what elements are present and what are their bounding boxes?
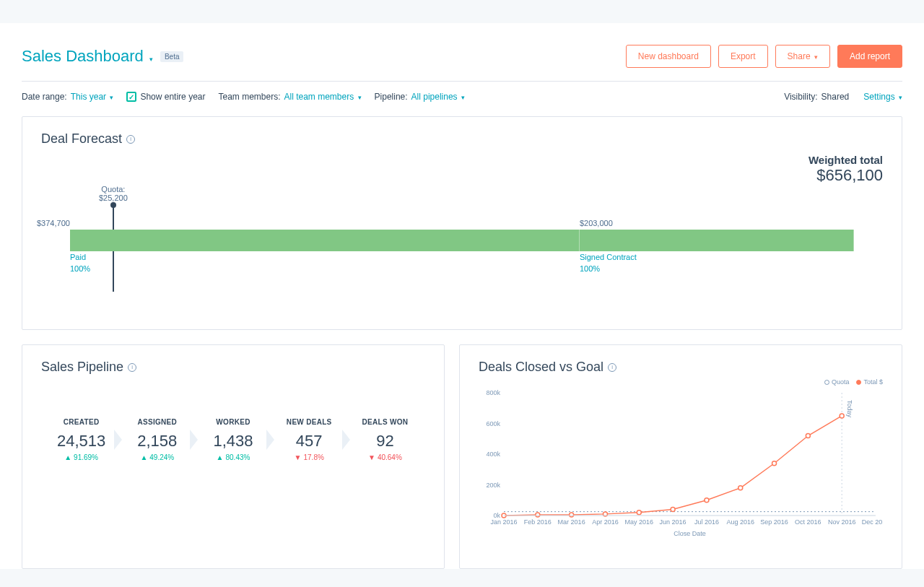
chevron-down-icon: ▾ [814,53,818,61]
info-icon[interactable]: i [608,363,616,372]
deal-forecast-title: Deal Forecast [41,131,122,147]
deals-chart-title: Deals Closed vs Goal [479,360,603,375]
chevron-right-icon [190,430,200,450]
pipeline-stage: ASSIGNED2,158▲ 49.24% [124,418,190,461]
share-label: Share [788,51,811,61]
info-icon[interactable]: i [126,135,135,144]
stage-delta: ▼ 40.64% [352,453,418,461]
stage-label: ASSIGNED [124,418,190,426]
svg-point-18 [840,414,844,418]
svg-point-16 [772,461,777,466]
chevron-down-icon: ▾ [461,94,465,101]
stage-label: CREATED [48,418,114,426]
pipeline-stage: NEW DEALS457▼ 17.8% [276,418,342,461]
pipeline-stage: DEALS WON92▼ 40.64% [352,418,418,461]
title-row: Sales Dashboard ▾ Beta New dashboard Exp… [22,45,902,82]
quota-label: Quota: [99,185,128,194]
stage-delta: ▲ 91.69% [48,453,114,461]
new-dashboard-button[interactable]: New dashboard [626,45,711,68]
legend-total: Total $ [863,378,883,386]
svg-point-14 [705,498,709,503]
settings-dropdown[interactable]: Settings ▾ [863,92,902,102]
stage-label: WORKED [200,418,266,426]
chevron-down-icon: ▾ [110,94,113,101]
svg-text:Dec 2016: Dec 2016 [862,518,883,526]
team-members-label: Team members: [218,92,280,102]
svg-text:600k: 600k [486,420,500,427]
info-icon[interactable]: i [128,363,136,372]
stage-delta: ▲ 49.24% [124,453,190,461]
chevron-right-icon [342,430,352,450]
legend-quota: Quota [832,378,850,386]
filter-row: Date range: This year ▾ Show entire year… [22,82,902,116]
svg-text:Feb 2016: Feb 2016 [524,518,552,526]
chart-legend: Quota Total $ [824,378,883,386]
seg2-pct: 100% [580,264,600,273]
stage-value: 92 [352,432,418,451]
stage-delta: ▼ 17.8% [276,453,342,461]
svg-text:400k: 400k [486,451,500,458]
svg-point-10 [570,513,574,517]
export-button[interactable]: Export [718,45,768,68]
pipeline-stage: WORKED1,438▲ 80.43% [200,418,266,461]
svg-text:Today: Today [846,400,853,418]
seg1-name: Paid [70,253,86,261]
beta-badge: Beta [160,51,184,62]
svg-text:Jan 2016: Jan 2016 [490,518,517,526]
pipeline-filter[interactable]: Pipeline: All pipelines ▾ [375,92,465,102]
team-members-filter[interactable]: Team members: All team members ▾ [218,92,361,102]
deals-line-chart: 0k200k400k600k800kTodayJan 2016Feb 2016M… [479,386,883,544]
visibility-value: Shared [821,92,850,102]
dashboard-title-dropdown[interactable]: Sales Dashboard ▾ [22,47,153,66]
share-button[interactable]: Share ▾ [775,45,830,68]
chevron-down-icon: ▾ [149,56,153,63]
team-members-value: All team members ▾ [284,92,362,102]
svg-point-13 [671,508,675,512]
date-range-value: This year ▾ [71,92,114,102]
date-range-label: Date range: [22,92,67,102]
svg-text:Jun 2016: Jun 2016 [660,518,687,526]
forecast-segment-signed[interactable]: $203,000 Signed Contract 100% [580,230,854,251]
show-entire-year-toggle[interactable]: Show entire year [126,92,205,102]
seg1-amount: $374,700 [37,219,70,227]
seg2-name: Signed Contract [580,253,637,261]
pipeline-label: Pipeline: [375,92,408,102]
pipeline-stage: CREATED24,513▲ 91.69% [48,418,114,461]
svg-point-9 [536,513,540,517]
svg-text:Oct 2016: Oct 2016 [795,518,821,526]
chevron-down-icon: ▾ [899,94,902,101]
visibility-indicator: Visibility: Shared [784,92,849,102]
svg-text:Close Date: Close Date [674,530,706,537]
deal-forecast-card: Deal Forecast i Weighted total $656,100 … [22,116,902,330]
svg-text:May 2016: May 2016 [625,518,654,526]
stage-delta: ▲ 80.43% [200,453,266,461]
show-entire-year-label: Show entire year [140,92,205,102]
weighted-total-value: $656,100 [808,166,883,185]
chevron-right-icon [266,430,276,450]
stage-value: 1,438 [200,432,266,451]
svg-point-12 [637,510,641,515]
checkbox-checked-icon [126,92,136,102]
stage-value: 2,158 [124,432,190,451]
svg-text:Sep 2016: Sep 2016 [760,518,788,526]
svg-text:Jul 2016: Jul 2016 [694,518,719,526]
svg-text:Nov 2016: Nov 2016 [828,518,856,526]
pipeline-stages: CREATED24,513▲ 91.69%ASSIGNED2,158▲ 49.2… [41,418,425,461]
svg-text:200k: 200k [486,482,500,489]
sales-pipeline-title: Sales Pipeline [41,360,123,375]
date-range-filter[interactable]: Date range: This year ▾ [22,92,113,102]
deals-closed-vs-goal-card: Deals Closed vs Goal i Quota Total $ 0k2… [459,344,902,569]
seg1-pct: 100% [70,264,90,273]
svg-point-17 [806,434,810,438]
svg-text:Aug 2016: Aug 2016 [726,518,754,526]
stage-value: 457 [276,432,342,451]
add-report-button[interactable]: Add report [837,45,902,68]
forecast-segment-paid[interactable]: $374,700 Paid 100% [70,230,580,251]
settings-label: Settings [863,92,894,102]
dashboard-title-text: Sales Dashboard [22,47,144,65]
sales-pipeline-card: Sales Pipeline i CREATED24,513▲ 91.69%AS… [22,344,445,569]
stage-label: DEALS WON [352,418,418,426]
seg2-amount: $203,000 [580,219,613,227]
stage-value: 24,513 [48,432,114,451]
svg-text:Mar 2016: Mar 2016 [558,518,585,526]
